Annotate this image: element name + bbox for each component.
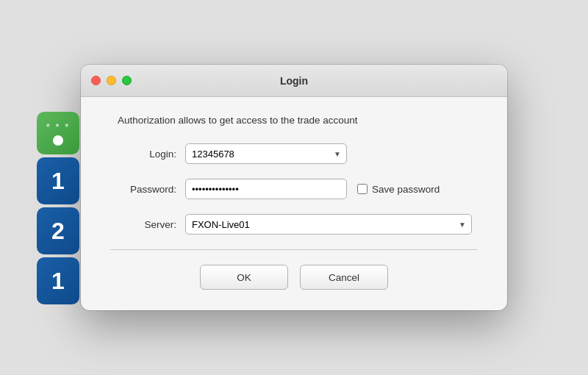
save-password-text: Save password	[372, 184, 440, 195]
blue-badge-2-icon: 2	[37, 207, 79, 254]
server-select[interactable]: FXON-Live01	[185, 214, 472, 235]
password-input[interactable]	[185, 179, 347, 199]
save-password-label[interactable]: Save password	[357, 184, 440, 195]
maximize-button[interactable]	[122, 76, 132, 85]
badge-number-2: 2	[51, 218, 65, 245]
minimize-button[interactable]	[107, 76, 116, 85]
badge-number-1: 1	[51, 168, 65, 195]
password-controls: Save password	[185, 179, 440, 199]
badge-number-3: 1	[51, 268, 65, 295]
side-icons: * * * 1 2 1	[37, 112, 79, 307]
login-window: Login * * * 1 2 1 Authorization allows t…	[81, 65, 507, 310]
password-row: Password: Save password	[110, 179, 478, 199]
divider	[110, 249, 478, 250]
window-body: * * * 1 2 1 Authorization allows to get …	[81, 97, 507, 310]
green-badge-icon: * * *	[37, 112, 79, 154]
button-row: OK Cancel	[110, 265, 478, 290]
password-label: Password:	[110, 184, 176, 195]
dot-icon	[53, 135, 63, 146]
close-button[interactable]	[91, 76, 101, 85]
cancel-button[interactable]: Cancel	[300, 265, 388, 290]
server-row: Server: FXON-Live01 ▼	[110, 214, 478, 235]
login-select-wrapper: 12345678 ▼	[185, 143, 347, 164]
stars-icon: * * *	[46, 121, 70, 132]
blue-badge-3-icon: 1	[37, 257, 79, 304]
window-title: Login	[280, 75, 308, 87]
server-select-wrapper: FXON-Live01 ▼	[185, 214, 472, 235]
login-row: Login: 12345678 ▼	[110, 143, 478, 164]
server-label: Server:	[110, 219, 176, 230]
info-text: Authorization allows to get access to th…	[110, 115, 478, 126]
title-bar: Login	[81, 65, 507, 97]
blue-badge-1-icon: 1	[37, 157, 79, 204]
ok-button[interactable]: OK	[200, 265, 288, 290]
save-password-checkbox[interactable]	[357, 184, 368, 194]
window-controls	[91, 76, 132, 85]
login-label: Login:	[110, 149, 176, 160]
login-select[interactable]: 12345678	[185, 143, 347, 164]
